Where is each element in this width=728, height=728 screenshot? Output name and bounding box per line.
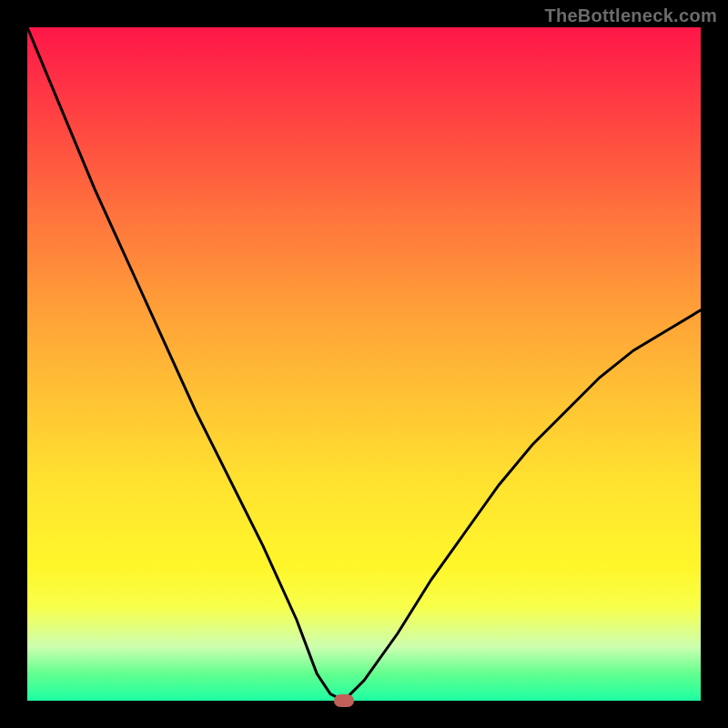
- bottleneck-curve: [27, 27, 701, 701]
- chart-container: TheBottleneck.com: [0, 0, 728, 728]
- curve-layer: [27, 27, 701, 701]
- plot-area: [27, 27, 701, 701]
- watermark-text: TheBottleneck.com: [544, 5, 717, 26]
- minimum-marker: [334, 694, 354, 707]
